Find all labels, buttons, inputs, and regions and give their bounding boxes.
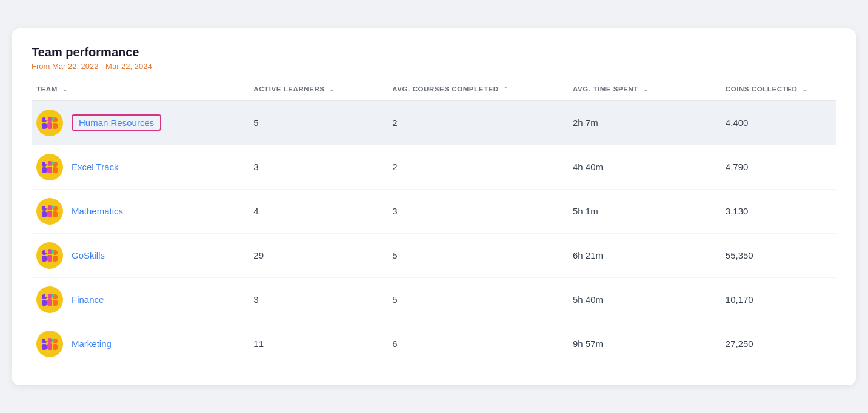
col-coins-sort-icon: ⌄ [802, 86, 807, 93]
team-avatar [36, 242, 63, 269]
team-name[interactable]: Marketing [72, 339, 112, 349]
team-cell-2: Excel Track [32, 145, 253, 189]
avg-time-cell: 4h 40m [573, 145, 726, 189]
page-title: Team performance [32, 45, 836, 59]
svg-rect-47 [42, 344, 47, 350]
team-name[interactable]: Mathematics [72, 206, 123, 216]
coins-cell: 4,790 [726, 145, 836, 189]
avg-time-cell: 9h 57m [573, 322, 726, 366]
col-active-learners-label: ACTIVE LEARNERS [253, 85, 324, 93]
svg-point-16 [45, 161, 48, 164]
col-team-label: TEAM [36, 85, 58, 93]
team-avatar [36, 286, 63, 313]
avg-courses-cell: 2 [392, 101, 573, 145]
svg-point-53 [52, 338, 55, 341]
col-active-learners[interactable]: ACTIVE LEARNERS ⌄ [253, 85, 392, 101]
team-cell-3: Mathematics [32, 189, 253, 233]
avg-time-cell: 6h 21m [573, 233, 726, 277]
active-learners-cell: 11 [253, 322, 392, 366]
date-range: From Mar 22, 2022 - Mar 22, 2024 [32, 62, 836, 71]
svg-rect-29 [42, 256, 47, 262]
svg-point-44 [52, 294, 55, 297]
svg-rect-51 [53, 344, 58, 350]
col-avg-time-sort-icon: ⌄ [643, 86, 649, 93]
col-team[interactable]: TEAM ⌄ [32, 85, 253, 101]
svg-rect-22 [47, 211, 52, 217]
svg-point-52 [45, 338, 48, 341]
svg-rect-42 [53, 300, 58, 306]
avg-time-cell: 5h 40m [573, 277, 726, 322]
svg-rect-15 [53, 167, 58, 173]
team-name[interactable]: Human Resources [72, 114, 161, 131]
team-cell-1: Human Resources [32, 101, 253, 145]
svg-rect-33 [53, 256, 58, 262]
col-team-sort-icon: ⌄ [62, 86, 68, 93]
svg-point-25 [45, 205, 48, 208]
avg-courses-cell: 2 [392, 145, 573, 189]
table-row: Marketing1169h 57m27,250 [32, 322, 836, 366]
svg-rect-13 [47, 167, 52, 173]
avg-courses-cell: 5 [392, 277, 573, 322]
team-avatar [36, 331, 63, 357]
svg-point-17 [52, 161, 55, 164]
team-info: Excel Track [36, 154, 253, 180]
svg-rect-11 [42, 167, 47, 173]
active-learners-cell: 3 [253, 145, 392, 189]
coins-cell: 27,250 [726, 322, 836, 366]
team-avatar [36, 110, 63, 136]
svg-rect-4 [47, 122, 52, 129]
svg-point-34 [45, 249, 48, 253]
avg-time-cell: 2h 7m [573, 101, 726, 145]
team-cell-5: Finance [32, 277, 253, 322]
team-name[interactable]: Finance [72, 294, 104, 305]
team-avatar [36, 198, 63, 225]
performance-table: TEAM ⌄ ACTIVE LEARNERS ⌄ AVG. COURSES CO… [32, 85, 836, 366]
table-row: GoSkills2956h 21m55,350 [32, 233, 836, 277]
active-learners-cell: 5 [253, 101, 392, 145]
team-performance-card: Team performance From Mar 22, 2022 - Mar… [12, 28, 856, 385]
active-learners-cell: 3 [253, 277, 392, 322]
team-info: Mathematics [36, 198, 253, 225]
coins-cell: 4,400 [726, 101, 836, 145]
col-coins[interactable]: COINS COLLECTED ⌄ [726, 85, 836, 101]
svg-rect-24 [53, 211, 58, 217]
coins-cell: 10,170 [726, 277, 836, 322]
svg-rect-40 [47, 299, 52, 306]
col-avg-courses-sort-icon: ⌃ [503, 86, 509, 93]
col-avg-courses[interactable]: AVG. COURSES COMPLETED ⌃ [392, 85, 573, 101]
team-info: GoSkills [36, 242, 253, 269]
svg-point-35 [52, 249, 55, 253]
table-row: Human Resources522h 7m4,400 [32, 101, 836, 145]
team-info: Human Resources [36, 110, 253, 136]
coins-cell: 3,130 [726, 189, 836, 233]
svg-point-7 [45, 117, 48, 120]
svg-rect-20 [42, 211, 47, 217]
svg-rect-2 [42, 123, 47, 129]
team-name[interactable]: GoSkills [72, 250, 105, 260]
coins-cell: 55,350 [726, 233, 836, 277]
table-row: Finance355h 40m10,170 [32, 277, 836, 322]
col-avg-time[interactable]: AVG. TIME SPENT ⌄ [573, 85, 726, 101]
col-avg-time-label: AVG. TIME SPENT [573, 85, 638, 93]
table-row: Mathematics435h 1m3,130 [32, 189, 836, 233]
table-body: Human Resources522h 7m4,400 Excel Track3… [32, 101, 836, 366]
avg-time-cell: 5h 1m [573, 189, 726, 233]
avg-courses-cell: 5 [392, 233, 573, 277]
svg-point-8 [52, 117, 55, 120]
svg-rect-49 [47, 343, 52, 350]
avg-courses-cell: 3 [392, 189, 573, 233]
active-learners-cell: 29 [253, 233, 392, 277]
col-active-learners-sort-icon: ⌄ [329, 86, 335, 93]
avg-courses-cell: 6 [392, 322, 573, 366]
col-coins-label: COINS COLLECTED [726, 85, 798, 93]
team-name[interactable]: Excel Track [72, 162, 119, 172]
team-cell-6: Marketing [32, 322, 253, 366]
col-avg-courses-label: AVG. COURSES COMPLETED [392, 85, 498, 93]
team-cell-4: GoSkills [32, 233, 253, 277]
svg-point-43 [45, 294, 48, 297]
svg-rect-38 [42, 300, 47, 306]
team-avatar [36, 154, 63, 180]
svg-rect-6 [53, 123, 58, 129]
table-header: TEAM ⌄ ACTIVE LEARNERS ⌄ AVG. COURSES CO… [32, 85, 836, 101]
svg-point-26 [52, 205, 55, 208]
